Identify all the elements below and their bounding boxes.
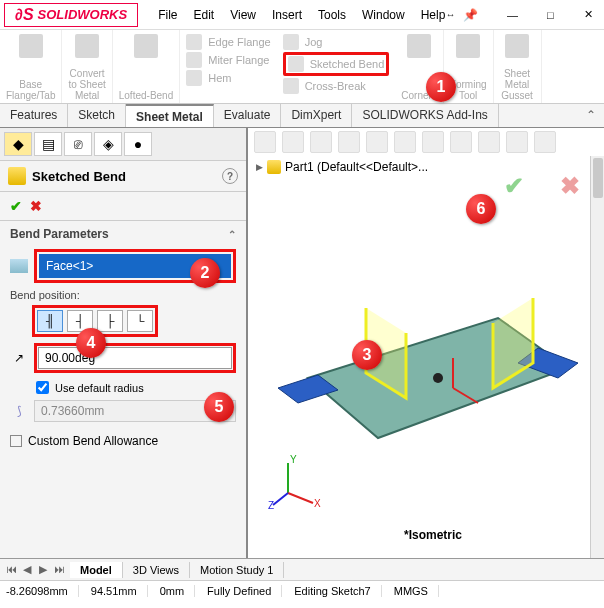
triad-z: Z xyxy=(268,500,274,511)
vp-scene-icon[interactable] xyxy=(422,131,444,153)
tab-features[interactable]: Features xyxy=(0,104,68,127)
ribbon-jog[interactable]: Jog xyxy=(283,34,390,50)
app-name: SOLIDWORKS xyxy=(38,7,128,22)
ribbon-edge-flange[interactable]: Edge Flange xyxy=(186,34,270,50)
origin-point xyxy=(433,373,443,383)
bend-pos-centerline[interactable]: ╢ xyxy=(37,310,63,332)
vp-render-icon[interactable] xyxy=(534,131,556,153)
tab-evaluate[interactable]: Evaluate xyxy=(214,104,282,127)
bottom-tab-3dviews[interactable]: 3D Views xyxy=(123,562,190,578)
vp-view-icon[interactable] xyxy=(366,131,388,153)
viewport-confirm-icon[interactable]: ✔ xyxy=(504,172,524,200)
panel-ok-button[interactable]: ✔ xyxy=(10,198,22,214)
triad-y: Y xyxy=(290,454,297,465)
view-label: *Isometric xyxy=(404,528,462,542)
callout-3: 3 xyxy=(352,340,382,370)
ribbon-cross-break[interactable]: Cross-Break xyxy=(283,78,390,94)
ribbon-lofted-bend[interactable]: Lofted-Bend xyxy=(113,30,181,103)
panel-appearance-icon[interactable]: ● xyxy=(124,132,152,156)
minimize-button[interactable]: — xyxy=(494,4,530,26)
app-logo: ∂S SOLIDWORKS xyxy=(4,3,138,27)
maximize-button[interactable]: □ xyxy=(532,4,568,26)
menu-window[interactable]: Window xyxy=(362,8,405,22)
btab-prev[interactable]: ◀ xyxy=(20,563,34,576)
status-defined: Fully Defined xyxy=(207,585,282,597)
panel-feature-icon[interactable]: ◆ xyxy=(4,132,32,156)
ribbon-sketched-bend[interactable]: Sketched Bend xyxy=(283,52,390,76)
close-button[interactable]: ✕ xyxy=(570,4,604,26)
tab-dimxpert[interactable]: DimXpert xyxy=(281,104,352,127)
panel-display-icon[interactable]: ⎚ xyxy=(64,132,92,156)
bottom-tabs: ⏮ ◀ ▶ ⏭ Model 3D Views Motion Study 1 xyxy=(0,558,604,580)
expand-allowance-icon[interactable] xyxy=(10,435,22,447)
property-panel: ◆ ▤ ⎚ ◈ ● Sketched Bend ? ✔ ✖ Bend Param… xyxy=(0,128,248,558)
bend-pos-outside[interactable]: └ xyxy=(127,310,153,332)
bottom-tab-motion[interactable]: Motion Study 1 xyxy=(190,562,284,578)
callout-5: 5 xyxy=(204,392,234,422)
svg-line-4 xyxy=(273,493,288,505)
callout-4: 4 xyxy=(76,328,106,358)
menu-file[interactable]: File xyxy=(158,8,177,22)
collapse-arrow-icon[interactable]: ↔ xyxy=(445,9,455,20)
menu-edit[interactable]: Edit xyxy=(193,8,214,22)
pin-icon[interactable]: 📌 xyxy=(463,8,478,22)
convert-sheet-icon xyxy=(75,34,99,58)
tabs-collapse-icon[interactable]: ⌃ xyxy=(578,104,604,127)
vp-rotate-icon[interactable] xyxy=(310,131,332,153)
part-name[interactable]: Part1 (Default<<Default>... xyxy=(285,160,428,174)
status-y: 94.51mm xyxy=(91,585,148,597)
vp-zoom-icon[interactable] xyxy=(254,131,276,153)
menu-bar: File Edit View Insert Tools Window Help xyxy=(158,8,445,22)
bend-position-label: Bend position: xyxy=(0,287,246,303)
ribbon-convert-sheet[interactable]: Convertto SheetMetal xyxy=(62,30,112,103)
ribbon-miter-flange[interactable]: Miter Flange xyxy=(186,52,270,68)
tree-expand-icon[interactable]: ▶ xyxy=(256,162,263,172)
svg-line-3 xyxy=(288,493,313,503)
panel-config-icon[interactable]: ▤ xyxy=(34,132,62,156)
cross-break-icon xyxy=(283,78,299,94)
collapse-section-icon[interactable]: ⌃ xyxy=(228,229,236,240)
vp-hide-icon[interactable] xyxy=(450,131,472,153)
jog-icon xyxy=(283,34,299,50)
ribbon-gusset[interactable]: SheetMetalGusset xyxy=(494,30,542,103)
vp-color-icon[interactable] xyxy=(506,131,528,153)
sketched-bend-panel-icon xyxy=(8,167,26,185)
tab-sheet-metal[interactable]: Sheet Metal xyxy=(126,104,214,127)
ribbon: BaseFlange/Tab Convertto SheetMetal Loft… xyxy=(0,30,604,104)
btab-next[interactable]: ▶ xyxy=(36,563,50,576)
view-triad: Y X Z xyxy=(268,453,328,516)
ribbon-base-flange[interactable]: BaseFlange/Tab xyxy=(0,30,62,103)
menu-view[interactable]: View xyxy=(230,8,256,22)
tab-sketch[interactable]: Sketch xyxy=(68,104,126,127)
miter-flange-icon xyxy=(186,52,202,68)
viewport-cancel-icon[interactable]: ✖ xyxy=(560,172,580,200)
vp-section-icon[interactable] xyxy=(338,131,360,153)
tab-addins[interactable]: SOLIDWORKS Add-Ins xyxy=(352,104,498,127)
angle-icon[interactable]: ↗ xyxy=(10,349,28,367)
vp-display-icon[interactable] xyxy=(394,131,416,153)
bottom-tab-model[interactable]: Model xyxy=(70,562,123,578)
viewport[interactable]: ▶ Part1 (Default<<Default>... ✔ ✖ xyxy=(248,128,604,558)
base-flange-icon xyxy=(19,34,43,58)
vertical-scrollbar[interactable] xyxy=(590,156,604,558)
menu-tools[interactable]: Tools xyxy=(318,8,346,22)
menu-insert[interactable]: Insert xyxy=(272,8,302,22)
btab-first[interactable]: ⏮ xyxy=(4,563,18,576)
panel-layer-icon[interactable]: ◈ xyxy=(94,132,122,156)
forming-tool-icon xyxy=(456,34,480,58)
custom-allowance-label: Custom Bend Allowance xyxy=(28,434,158,448)
use-default-radius-checkbox[interactable] xyxy=(36,381,49,394)
vp-edge-icon[interactable] xyxy=(478,131,500,153)
ribbon-hem[interactable]: Hem xyxy=(186,70,270,86)
panel-cancel-button[interactable]: ✖ xyxy=(30,198,42,214)
menu-help[interactable]: Help xyxy=(421,8,446,22)
gusset-icon xyxy=(505,34,529,58)
panel-help-icon[interactable]: ? xyxy=(222,168,238,184)
btab-last[interactable]: ⏭ xyxy=(52,563,66,576)
callout-6: 6 xyxy=(466,194,496,224)
bend-pos-material-outside[interactable]: ├ xyxy=(97,310,123,332)
part-tree-icon xyxy=(267,160,281,174)
use-default-radius-label: Use default radius xyxy=(55,382,144,394)
vp-pan-icon[interactable] xyxy=(282,131,304,153)
bend-angle-input[interactable]: 90.00deg xyxy=(38,347,232,369)
